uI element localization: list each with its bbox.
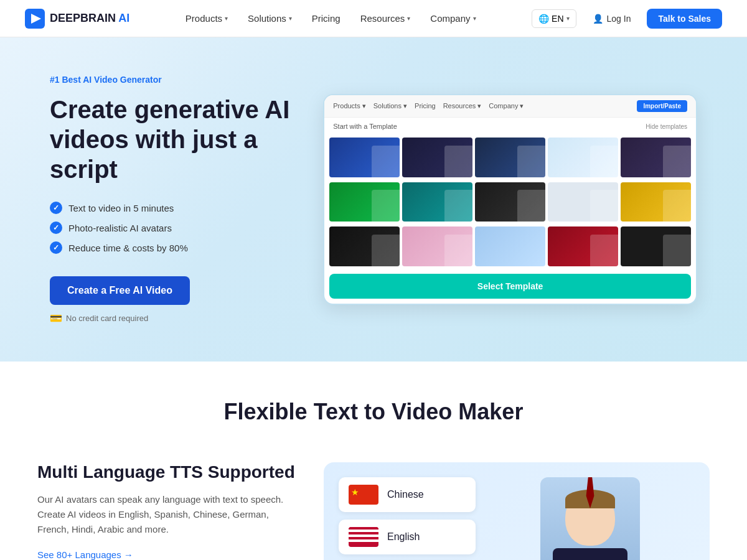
template-card-10[interactable] — [621, 182, 691, 222]
language-section-title: Multi Language TTS Supported — [37, 462, 299, 482]
person-icon: 👤 — [593, 14, 603, 24]
template-card-3[interactable] — [475, 138, 545, 177]
see-languages-link[interactable]: See 80+ Languages → — [37, 549, 299, 560]
no-credit-note: 💳 No credit card required — [50, 312, 323, 324]
nav-resources[interactable]: Resources ▾ — [353, 8, 418, 29]
template-card-8[interactable] — [475, 182, 545, 222]
template-card-1[interactable] — [329, 138, 400, 177]
template-card-13[interactable] — [475, 226, 545, 266]
hero-features-list: Text to video in 5 minutes Photo-realist… — [50, 202, 323, 254]
template-grid-row2 — [324, 180, 696, 225]
preview-import-button[interactable]: Import/Paste — [637, 100, 687, 112]
navbar: DEEPBRAIN AI Products ▾ Solutions ▾ Pric… — [0, 0, 747, 37]
preview-header: Products ▾ Solutions ▾ Pricing Resources… — [324, 95, 696, 118]
hero-title: Create generative AI videos with just a … — [50, 95, 323, 184]
template-card-6[interactable] — [329, 182, 400, 222]
check-icon-1 — [50, 202, 62, 214]
logo-icon — [25, 9, 45, 29]
nav-products[interactable]: Products ▾ — [178, 8, 235, 29]
preview-nav-solutions: Solutions ▾ — [374, 102, 407, 110]
hide-templates-button[interactable]: Hide templates — [646, 123, 687, 130]
nav-solutions[interactable]: Solutions ▾ — [240, 8, 299, 29]
resources-chevron-icon: ▾ — [407, 15, 410, 22]
card-icon: 💳 — [50, 312, 62, 324]
template-card-2[interactable] — [402, 138, 472, 177]
template-card-14[interactable] — [548, 226, 618, 266]
lang-chevron-icon: ▾ — [566, 15, 570, 22]
feature-item-1: Text to video in 5 minutes — [50, 202, 323, 214]
feature-item-2: Photo-realistic AI avatars — [50, 222, 323, 234]
preview-nav-company: Company ▾ — [489, 102, 524, 110]
avatar-section — [486, 477, 695, 560]
check-icon-2 — [50, 222, 62, 234]
language-right: Chinese English — [324, 462, 710, 560]
flag-us — [349, 527, 378, 547]
language-button[interactable]: 🌐 EN ▾ — [532, 9, 576, 28]
language-section-description: Our AI avatars can speak any language wi… — [37, 492, 299, 537]
preview-subheader: Start with a Template Hide templates — [324, 118, 696, 135]
navbar-nav: Products ▾ Solutions ▾ Pricing Resources… — [178, 8, 484, 29]
avatar-image — [540, 477, 640, 560]
template-card-15[interactable] — [621, 226, 691, 266]
preview-nav-pricing: Pricing — [415, 102, 436, 110]
template-card-11[interactable] — [329, 226, 400, 266]
hero-left: #1 Best AI Video Generator Create genera… — [50, 75, 323, 324]
logo-text: DEEPBRAIN AI — [50, 12, 129, 25]
navbar-right: 🌐 EN ▾ 👤 Log In Talk to Sales — [532, 9, 722, 29]
template-card-5[interactable] — [621, 138, 691, 177]
preview-nav-products: Products ▾ — [333, 102, 365, 110]
language-section: Multi Language TTS Supported Our AI avat… — [0, 437, 747, 560]
globe-icon: 🌐 — [538, 14, 549, 24]
flexible-section: Flexible Text to Video Maker — [0, 362, 747, 437]
template-grid-row3 — [324, 224, 696, 269]
avatar-suit — [553, 548, 627, 560]
template-card-9[interactable] — [548, 182, 618, 222]
language-card-chinese[interactable]: Chinese — [339, 477, 476, 512]
solutions-chevron-icon: ▾ — [289, 15, 292, 22]
select-template-button[interactable]: Select Template — [329, 274, 691, 299]
language-left: Multi Language TTS Supported Our AI avat… — [37, 462, 299, 560]
flag-cn — [349, 485, 378, 505]
language-list: Chinese English — [339, 477, 476, 560]
company-chevron-icon: ▾ — [473, 15, 476, 22]
template-grid-row1 — [324, 135, 696, 180]
hero-badge: #1 Best AI Video Generator — [50, 75, 323, 85]
preview-nav: Products ▾ Solutions ▾ Pricing Resources… — [333, 102, 524, 110]
create-free-video-button[interactable]: Create a Free AI Video — [50, 276, 190, 305]
logo[interactable]: DEEPBRAIN AI — [25, 9, 129, 29]
products-chevron-icon: ▾ — [225, 15, 228, 22]
language-card-english[interactable]: English — [339, 520, 476, 554]
preview-nav-resources: Resources ▾ — [443, 102, 482, 110]
feature-item-3: Reduce time & costs by 80% — [50, 241, 323, 254]
template-preview: Products ▾ Solutions ▾ Pricing Resources… — [323, 94, 697, 305]
nav-company[interactable]: Company ▾ — [423, 8, 483, 29]
template-card-4[interactable] — [548, 138, 618, 177]
talk-to-sales-button[interactable]: Talk to Sales — [647, 9, 722, 29]
template-card-7[interactable] — [402, 182, 472, 222]
flexible-title: Flexible Text to Video Maker — [25, 399, 722, 425]
template-card-12[interactable] — [402, 226, 472, 266]
check-icon-3 — [50, 241, 62, 254]
login-button[interactable]: 👤 Log In — [584, 10, 640, 27]
nav-pricing[interactable]: Pricing — [304, 8, 348, 29]
hero-section: #1 Best AI Video Generator Create genera… — [0, 37, 747, 362]
